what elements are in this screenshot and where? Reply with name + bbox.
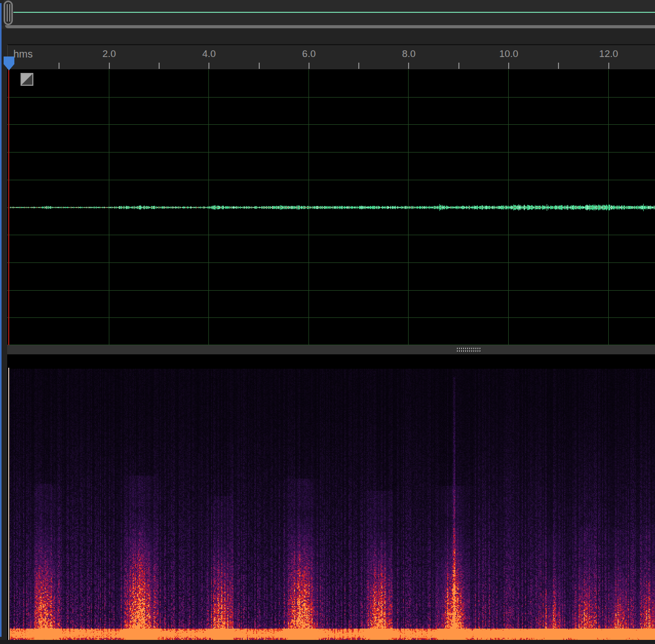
ruler-tick bbox=[259, 63, 260, 69]
ruler-tick-label: 10.0 bbox=[499, 48, 518, 60]
grip-dot bbox=[465, 350, 466, 352]
navigator-overview-waveform bbox=[13, 12, 655, 13]
ruler-tick bbox=[458, 63, 459, 69]
grip-dot bbox=[471, 350, 472, 352]
display-split-toggle-icon[interactable] bbox=[21, 73, 33, 86]
panel-focus-border bbox=[0, 3, 2, 637]
grip-dot bbox=[477, 348, 478, 349]
grip-dot bbox=[479, 350, 480, 352]
ruler-unit-label: hms bbox=[13, 48, 33, 60]
ruler-tick-label: 6.0 bbox=[302, 48, 316, 60]
grip-dot bbox=[467, 350, 468, 352]
ruler-tick bbox=[59, 63, 60, 69]
grip-dot bbox=[473, 350, 474, 352]
navigator-range-border[interactable] bbox=[5, 25, 655, 28]
spectrogram-display[interactable] bbox=[7, 354, 655, 640]
grip-dot bbox=[457, 350, 458, 352]
ruler-tick bbox=[208, 63, 209, 69]
navigator-handle-icon[interactable] bbox=[4, 1, 13, 25]
ruler-tick-label: 4.0 bbox=[202, 48, 216, 60]
ruler-tick-label: 12.0 bbox=[599, 48, 618, 60]
grip-line-icon bbox=[9, 4, 10, 22]
waveform-panel bbox=[7, 69, 655, 345]
grip-dot bbox=[461, 350, 462, 352]
grip-dot bbox=[469, 348, 470, 349]
grip-dot bbox=[461, 348, 462, 349]
grip-dot bbox=[463, 348, 464, 349]
grip-dot bbox=[471, 348, 472, 349]
ruler-tick bbox=[508, 63, 509, 69]
grip-dot bbox=[475, 348, 476, 349]
grip-dot bbox=[467, 348, 468, 349]
grip-dot bbox=[463, 350, 464, 352]
ruler-tick-label: 8.0 bbox=[402, 48, 415, 60]
grip-dot bbox=[473, 348, 474, 349]
grip-dot bbox=[459, 348, 460, 349]
grip-dot bbox=[475, 350, 476, 352]
zoom-navigator[interactable] bbox=[0, 0, 655, 29]
grip-dot bbox=[477, 350, 478, 352]
ruler-tick bbox=[358, 63, 359, 69]
ruler-tick bbox=[558, 63, 559, 69]
grip-dot bbox=[459, 350, 460, 352]
divider-grip-icon[interactable] bbox=[457, 348, 481, 352]
grip-dot bbox=[457, 348, 458, 349]
spectrogram-panel bbox=[7, 354, 655, 640]
grip-line-icon bbox=[7, 4, 8, 22]
ruler-tick-label: 2.0 bbox=[102, 48, 115, 60]
ruler-tick bbox=[608, 63, 609, 69]
ruler-tick bbox=[159, 63, 160, 69]
timeline-ruler[interactable]: hms 2.04.06.08.010.012.0 bbox=[7, 44, 655, 69]
panel-divider[interactable] bbox=[7, 345, 655, 354]
waveform-display[interactable] bbox=[7, 69, 655, 345]
ruler-tick bbox=[408, 63, 409, 69]
ruler-tick bbox=[309, 63, 310, 69]
grip-dot bbox=[469, 350, 470, 352]
grip-dot bbox=[479, 348, 480, 349]
ruler-tick bbox=[109, 63, 110, 69]
audio-editor-panel: hms 2.04.06.08.010.012.0 bbox=[0, 0, 655, 644]
grip-dot bbox=[465, 348, 466, 349]
bottom-strip bbox=[0, 640, 655, 644]
